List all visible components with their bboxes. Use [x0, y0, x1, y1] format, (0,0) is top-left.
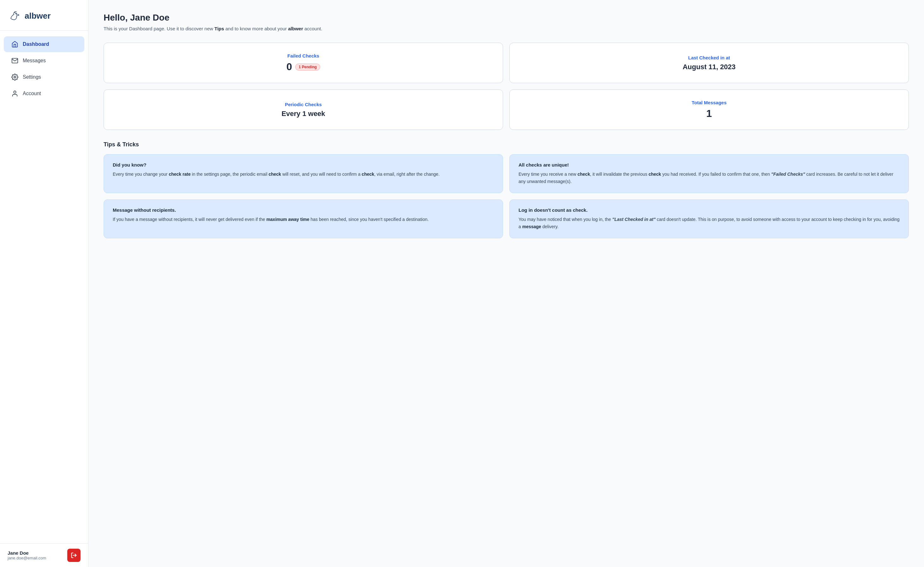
stats-grid: Failed Checks 0 1 Pending Last Checked i… — [104, 43, 909, 130]
svg-point-1 — [16, 13, 17, 14]
stat-card-periodic-checks: Periodic Checks Every 1 week — [104, 89, 503, 130]
sidebar-dashboard-label: Dashboard — [23, 41, 49, 47]
sidebar-item-account[interactable]: Account — [4, 86, 84, 101]
tip-unique-checks-title: All checks are unique! — [519, 162, 900, 167]
total-messages-label: Total Messages — [692, 100, 727, 105]
stat-card-last-checked: Last Checked in at August 11, 2023 — [509, 43, 909, 83]
logo-text: albwer — [25, 11, 51, 21]
tip-unique-checks-body: Every time you receive a new check, it w… — [519, 171, 900, 185]
subtitle-middle: and to know more about your — [224, 26, 288, 31]
svg-point-2 — [14, 76, 16, 78]
tip-check-rate-title: Did you know? — [113, 162, 494, 167]
svg-point-3 — [14, 91, 16, 93]
gear-icon — [11, 74, 18, 81]
tips-section-title: Tips & Tricks — [104, 141, 909, 148]
subtitle-plain: This is your Dashboard page. Use it to d… — [104, 26, 214, 31]
tip-card-unique-checks: All checks are unique! Every time you re… — [509, 154, 909, 193]
main-content: Hello, Jane Doe This is your Dashboard p… — [88, 0, 924, 567]
subtitle-brand: albwer — [288, 26, 303, 31]
tip-check-rate-body: Every time you change your check rate in… — [113, 171, 494, 178]
tip-login-check-body: You may have noticed that when you log i… — [519, 216, 900, 230]
sidebar-item-dashboard[interactable]: Dashboard — [4, 36, 84, 52]
subtitle-end: account. — [303, 26, 322, 31]
user-email: jane.doe@email.com — [8, 556, 46, 560]
sidebar-account-label: Account — [23, 91, 41, 96]
sidebar-item-messages[interactable]: Messages — [4, 53, 84, 69]
stat-card-failed-checks: Failed Checks 0 1 Pending — [104, 43, 503, 83]
tip-card-login-check: Log in doesn't count as check. You may h… — [509, 199, 909, 238]
tip-no-recipients-title: Message without recipients. — [113, 208, 494, 213]
tip-card-check-rate: Did you know? Every time you change your… — [104, 154, 503, 193]
logout-icon — [71, 552, 77, 558]
sidebar-item-settings[interactable]: Settings — [4, 69, 84, 85]
sidebar: albwer Dashboard Messages Settings — [0, 0, 88, 567]
last-checked-value: August 11, 2023 — [683, 63, 736, 71]
sidebar-footer: Jane Doe jane.doe@email.com — [0, 543, 88, 567]
sidebar-nav: Dashboard Messages Settings Account — [0, 31, 88, 543]
tips-section: Tips & Tricks Did you know? Every time y… — [104, 141, 909, 238]
tip-card-no-recipients: Message without recipients. If you have … — [104, 199, 503, 238]
last-checked-label: Last Checked in at — [688, 55, 730, 60]
stat-card-total-messages: Total Messages 1 — [509, 89, 909, 130]
bird-logo-icon — [8, 9, 21, 23]
home-icon — [11, 41, 18, 48]
user-icon — [11, 90, 18, 97]
sidebar-messages-label: Messages — [23, 58, 46, 63]
mail-icon — [11, 57, 18, 64]
sidebar-settings-label: Settings — [23, 74, 41, 80]
total-messages-value: 1 — [706, 108, 712, 119]
last-checked-date: August 11, 2023 — [683, 63, 736, 71]
tip-no-recipients-body: If you have a message without recipients… — [113, 216, 494, 223]
total-messages-number: 1 — [706, 108, 712, 119]
logout-button[interactable] — [67, 549, 81, 562]
logo-area: albwer — [0, 0, 88, 31]
svg-point-0 — [8, 9, 21, 22]
periodic-checks-frequency: Every 1 week — [281, 110, 325, 118]
tips-grid: Did you know? Every time you change your… — [104, 154, 909, 238]
page-greeting: Hello, Jane Doe — [104, 13, 909, 23]
tip-login-check-title: Log in doesn't count as check. — [519, 208, 900, 213]
page-subtitle: This is your Dashboard page. Use it to d… — [104, 26, 909, 31]
subtitle-tips: Tips — [214, 26, 224, 31]
failed-checks-number: 0 — [286, 61, 292, 73]
failed-checks-value: 0 1 Pending — [286, 61, 320, 73]
user-name: Jane Doe — [8, 550, 46, 556]
periodic-checks-value: Every 1 week — [281, 110, 325, 118]
failed-checks-label: Failed Checks — [287, 53, 319, 59]
pending-badge: 1 Pending — [295, 63, 320, 71]
periodic-checks-label: Periodic Checks — [285, 102, 322, 107]
user-info: Jane Doe jane.doe@email.com — [8, 550, 46, 560]
